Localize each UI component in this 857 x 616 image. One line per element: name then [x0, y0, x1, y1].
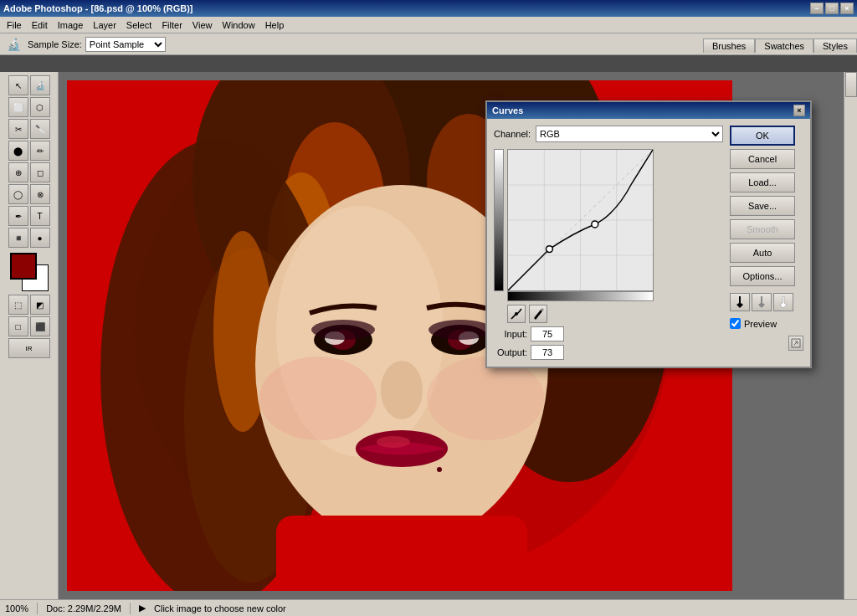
menu-bar: File Edit Image Layer Select Filter View…	[0, 17, 857, 33]
maximize-button[interactable]: □	[825, 3, 839, 14]
tool-row-7: ✒ T	[8, 206, 50, 226]
cancel-button[interactable]: Cancel	[730, 149, 795, 169]
curve-point-2[interactable]	[546, 246, 552, 253]
curves-right-panel: OK Cancel Load... Save... Smooth Auto Op…	[730, 126, 803, 360]
svg-point-26	[377, 436, 410, 448]
tool-standard-mode[interactable]: ⬚	[8, 295, 28, 315]
sample-size-select[interactable]: Point Sample 3 by 3 Average 5 by 5 Avera…	[85, 37, 166, 52]
expand-button[interactable]	[788, 336, 803, 351]
save-button[interactable]: Save...	[730, 196, 795, 216]
svg-point-14	[259, 357, 377, 440]
preview-label: Preview	[744, 319, 777, 329]
sample-white-icon[interactable]	[773, 293, 793, 311]
ok-button[interactable]: OK	[730, 126, 795, 146]
tab-brushes[interactable]: Brushes	[703, 38, 755, 53]
curves-dialog-title: Curves	[492, 105, 523, 116]
status-bar: 100% Doc: 2.29M/2.29M ▶ Click image to c…	[0, 599, 857, 616]
tool-full-screen[interactable]: ⬛	[30, 316, 50, 336]
tab-styles[interactable]: Styles	[813, 38, 857, 53]
svg-point-27	[437, 467, 442, 472]
tool-type[interactable]: T	[30, 206, 50, 226]
menu-file[interactable]: File	[2, 18, 27, 32]
menu-select[interactable]: Select	[121, 18, 157, 32]
doc-info: Doc: 2.29M/2.29M	[46, 603, 121, 613]
output-label: Output:	[494, 347, 527, 357]
tool-row-1: ↖ 🔬	[8, 75, 50, 95]
tool-brush[interactable]: ✏	[30, 141, 50, 161]
tool-row-jump: IR	[8, 338, 50, 358]
sample-gray-icon[interactable]	[752, 293, 772, 311]
tool-crop[interactable]: ✂	[8, 119, 28, 139]
tool-marquee-lasso[interactable]: ⬡	[30, 97, 50, 117]
curves-dialog: Curves × Channel: RGB Red Green Blue	[485, 100, 812, 368]
curve-point-1[interactable]	[592, 221, 598, 228]
curves-left-panel: Channel: RGB Red Green Blue	[494, 126, 723, 360]
curve-mode-points[interactable]	[507, 305, 526, 323]
scrollbar-vertical[interactable]	[844, 72, 857, 599]
curves-x-gradient	[507, 291, 654, 301]
menu-window[interactable]: Window	[218, 18, 260, 32]
tool-row-3: ✂ 🔪	[8, 119, 50, 139]
channel-label: Channel:	[494, 129, 531, 139]
tool-clone[interactable]: ⊕	[8, 162, 28, 182]
menu-image[interactable]: Image	[53, 18, 89, 32]
input-field[interactable]	[531, 326, 564, 341]
tab-swatches[interactable]: Swatches	[755, 38, 813, 53]
tool-pen[interactable]: ✒	[8, 206, 28, 226]
sample-size-label: Sample Size:	[28, 39, 82, 49]
eyedropper-icon: 🔬	[3, 38, 24, 51]
tool-shape[interactable]: ◾	[8, 228, 28, 248]
svg-point-15	[427, 357, 544, 440]
menu-filter[interactable]: Filter	[157, 18, 187, 32]
preview-row: Preview	[730, 318, 803, 329]
title-bar: Adobe Photoshop - [86.psd @ 100% (RGB)] …	[0, 0, 857, 17]
auto-button[interactable]: Auto	[730, 243, 795, 263]
curves-dialog-close[interactable]: ×	[793, 105, 805, 116]
window-controls: − □ ×	[810, 3, 854, 14]
menu-view[interactable]: View	[187, 18, 218, 32]
tool-eraser[interactable]: ◻	[30, 162, 50, 182]
curves-graph[interactable]	[507, 149, 654, 291]
tool-dodge[interactable]: ◯	[8, 184, 28, 204]
scrollbar-thumb[interactable]	[845, 72, 857, 97]
load-button[interactable]: Load...	[730, 172, 795, 192]
menu-edit[interactable]: Edit	[27, 18, 53, 32]
foreground-color[interactable]	[10, 253, 37, 280]
channel-select[interactable]: RGB Red Green Blue	[536, 126, 723, 142]
tool-move[interactable]: ↖	[8, 75, 28, 95]
tool-marquee-rect[interactable]: ⬜	[8, 97, 28, 117]
tool-eyedropper[interactable]: 🔬	[30, 75, 50, 95]
tool-row-8: ◾ ●	[8, 228, 50, 248]
tool-quick-mask[interactable]: ◩	[30, 295, 50, 315]
close-button[interactable]: ×	[840, 3, 854, 14]
preview-checkbox[interactable]	[730, 318, 741, 329]
tool-row-5: ⊕ ◻	[8, 162, 50, 182]
eyedropper-icons-row	[730, 293, 803, 311]
output-field[interactable]	[531, 345, 564, 360]
status-divider-1	[37, 603, 38, 614]
tool-jump-to-ir[interactable]: IR	[8, 338, 50, 358]
svg-point-24	[381, 361, 423, 419]
panel-tabs: Brushes Swatches Styles	[703, 38, 857, 53]
tool-burn[interactable]: ⊗	[30, 184, 50, 204]
curves-y-gradient	[494, 149, 504, 291]
minimize-button[interactable]: −	[810, 3, 824, 14]
menu-help[interactable]: Help	[260, 18, 290, 32]
svg-point-23	[428, 320, 492, 340]
tool-screen-mode[interactable]: □	[8, 316, 28, 336]
tool-ellipse[interactable]: ●	[30, 228, 50, 248]
curves-graph-container	[494, 149, 723, 291]
options-button[interactable]: Options...	[730, 266, 795, 286]
tool-row-4: ⬤ ✏	[8, 141, 50, 161]
tool-slice[interactable]: 🔪	[30, 119, 50, 139]
tool-row-mask: ⬚ ◩	[8, 295, 50, 315]
smooth-button[interactable]: Smooth	[730, 219, 795, 239]
status-hint: Click image to choose new color	[154, 603, 286, 613]
curves-dialog-body: Channel: RGB Red Green Blue	[487, 119, 810, 367]
curve-mode-pencil[interactable]	[529, 305, 547, 323]
toolbar: ↖ 🔬 ⬜ ⬡ ✂ 🔪 ⬤ ✏ ⊕ ◻ ◯ ⊗ ✒ T ◾ ● ⬚ ◩ □ ⬛	[0, 72, 59, 599]
tool-patch[interactable]: ⬤	[8, 141, 28, 161]
status-divider-2	[130, 603, 131, 614]
menu-layer[interactable]: Layer	[88, 18, 121, 32]
sample-black-icon[interactable]	[730, 293, 750, 311]
